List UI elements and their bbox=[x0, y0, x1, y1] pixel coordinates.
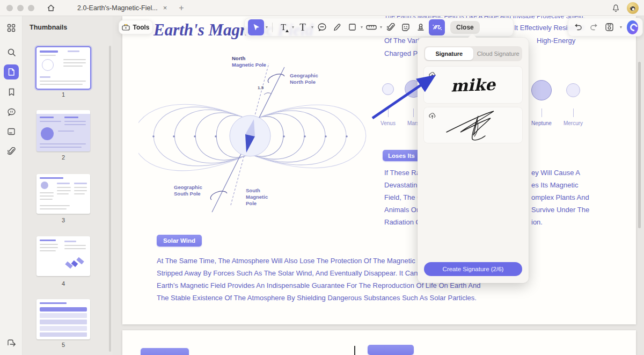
traffic-light-minimize[interactable] bbox=[17, 5, 24, 11]
traffic-light-close[interactable] bbox=[6, 5, 13, 11]
thumb-number: 3 bbox=[36, 217, 90, 223]
planet-label-neptune: Neptune bbox=[528, 120, 555, 126]
document-scrollbar[interactable] bbox=[638, 62, 641, 228]
tab-close-icon[interactable]: × bbox=[163, 4, 167, 12]
thumbnail-page-5[interactable] bbox=[36, 299, 90, 339]
batch-process-icon[interactable] bbox=[4, 336, 19, 351]
shape-tool[interactable] bbox=[345, 20, 359, 34]
titlebar: 2.0-Earth's-Magnetic-Fiel... × + bbox=[0, 0, 644, 16]
thumbnail-page-1[interactable] bbox=[36, 47, 90, 89]
planet-mercury-circle bbox=[566, 83, 580, 97]
tools-button[interactable]: Tools bbox=[119, 20, 153, 34]
label-north-magnetic-pole: North bbox=[232, 55, 246, 61]
page2-badge-left bbox=[141, 348, 189, 355]
signature-tool[interactable] bbox=[429, 19, 445, 35]
document-tab[interactable]: 2.0-Earth's-Magnetic-Fiel... × bbox=[77, 4, 167, 12]
add-text-chevron-icon[interactable]: ▾ bbox=[311, 25, 313, 30]
save-button[interactable] bbox=[604, 20, 615, 34]
tutorial-arrow bbox=[369, 71, 442, 122]
organize-pages-icon[interactable] bbox=[4, 124, 19, 139]
measure-tool[interactable] bbox=[364, 20, 378, 34]
doc-col-right-1: High-Energy bbox=[537, 37, 575, 45]
attachments-icon[interactable] bbox=[4, 144, 19, 159]
undo-button[interactable] bbox=[573, 20, 584, 34]
apps-grid-icon[interactable] bbox=[4, 20, 19, 35]
para1-right-line: ey Will Cause A bbox=[531, 169, 580, 177]
thumbnail-page-3[interactable] bbox=[36, 174, 90, 214]
signature-scribble bbox=[444, 108, 503, 142]
para2-line: The Stable Existence Of The Atmosphere B… bbox=[157, 294, 477, 302]
measure-tool-chevron-icon[interactable]: ▾ bbox=[380, 25, 382, 30]
para1-right-line: ion. bbox=[531, 218, 543, 226]
magnetic-field-diagram: North Magnetic Pole Geographic North Pol… bbox=[138, 54, 376, 215]
pdf-page-2 bbox=[122, 330, 636, 355]
pen-tool[interactable] bbox=[330, 20, 344, 34]
tab-title: 2.0-Earth's-Magnetic-Fiel... bbox=[77, 4, 158, 12]
satellite-graphic bbox=[65, 257, 84, 271]
redo-button[interactable] bbox=[588, 20, 599, 34]
text-cursor bbox=[354, 346, 355, 355]
label-geographic-north-pole: Geographic bbox=[290, 73, 318, 78]
sticker-tool[interactable] bbox=[399, 20, 413, 34]
add-text-tool[interactable]: T bbox=[296, 20, 310, 34]
thumb-number: 4 bbox=[36, 280, 90, 287]
thumb-number: 2 bbox=[36, 154, 90, 161]
search-icon[interactable] bbox=[4, 45, 19, 60]
tab-signature[interactable]: Signature bbox=[425, 47, 473, 60]
comments-icon[interactable] bbox=[4, 104, 19, 119]
text-highlight-tool[interactable]: T bbox=[276, 20, 290, 34]
shape-tool-chevron-icon[interactable]: ▾ bbox=[361, 25, 363, 30]
thumb-number: 1 bbox=[36, 91, 90, 98]
thumb-number: 5 bbox=[36, 342, 90, 348]
tab-cloud-signature[interactable]: Cloud Signature bbox=[474, 46, 523, 61]
caret-icon bbox=[286, 30, 289, 32]
para1-right-line: es Its Magnetic bbox=[531, 181, 578, 189]
traffic-light-zoom[interactable] bbox=[28, 5, 34, 11]
para1-right-line: omplex Plants And bbox=[531, 193, 589, 201]
select-tool-chevron-icon[interactable]: ▾ bbox=[266, 25, 268, 30]
svg-text:North Pole: North Pole bbox=[290, 79, 316, 85]
bookmarks-icon[interactable] bbox=[4, 84, 19, 99]
toolbox-icon bbox=[122, 24, 130, 31]
user-avatar[interactable] bbox=[627, 2, 639, 14]
new-tab-icon[interactable]: + bbox=[179, 3, 184, 13]
comment-tool[interactable] bbox=[315, 20, 329, 34]
bird-avatar-icon bbox=[629, 4, 636, 12]
planet-tick bbox=[541, 108, 542, 117]
signature-text: mike bbox=[450, 75, 495, 95]
select-tool[interactable] bbox=[248, 19, 264, 35]
label-south-magnetic-pole: South bbox=[246, 187, 260, 193]
home-button[interactable] bbox=[44, 2, 58, 14]
signature-tabs: Signature Cloud Signature bbox=[424, 46, 522, 61]
thumbnails-scrollbar[interactable] bbox=[109, 46, 111, 352]
svg-text:South Pole: South Pole bbox=[174, 191, 201, 197]
notification-bell-icon[interactable] bbox=[611, 4, 620, 13]
solar-wind-badge: Solar Wind bbox=[157, 235, 202, 247]
thumbnail-page-4[interactable] bbox=[36, 236, 90, 276]
thumbnails-title: Thumbnails bbox=[30, 24, 67, 31]
label-axis-angle: 1.5 bbox=[258, 85, 264, 90]
page2-badge-right bbox=[368, 345, 414, 355]
home-icon bbox=[47, 4, 55, 12]
thumbnail-page-2[interactable] bbox=[36, 110, 90, 151]
thumbnails-panel-icon[interactable] bbox=[4, 64, 19, 79]
planet-tick bbox=[573, 108, 574, 117]
planet-neptune-circle bbox=[531, 80, 552, 100]
svg-text:Magnetic Pole: Magnetic Pole bbox=[232, 62, 266, 68]
stamp-tool[interactable] bbox=[414, 20, 428, 34]
para1-right-line: Survive Under The bbox=[531, 206, 589, 214]
history-toolbar: ▾ bbox=[568, 18, 643, 37]
thumbnails-panel: Thumbnails 1 2 bbox=[23, 16, 113, 355]
sidebar-rail bbox=[0, 16, 23, 355]
attachment-tool[interactable] bbox=[384, 20, 398, 34]
label-geographic-south-pole: Geographic bbox=[174, 184, 202, 190]
pdf-page-1: The Earth's Magnetic Field Is Like A Hug… bbox=[122, 16, 636, 324]
annotation-toolbar: ▾ T ▾ T ▾ ▾ ▾ Close bbox=[244, 18, 514, 37]
text-highlight-chevron-icon[interactable]: ▾ bbox=[292, 25, 294, 30]
toolbar-divider bbox=[272, 23, 273, 32]
create-signature-button[interactable]: Create Signature (2/6) bbox=[424, 262, 522, 276]
close-button[interactable]: Close bbox=[450, 21, 480, 34]
ai-assistant-icon[interactable] bbox=[627, 20, 638, 34]
svg-text:Pole: Pole bbox=[246, 200, 257, 206]
save-chevron-icon[interactable]: ▾ bbox=[620, 25, 622, 30]
